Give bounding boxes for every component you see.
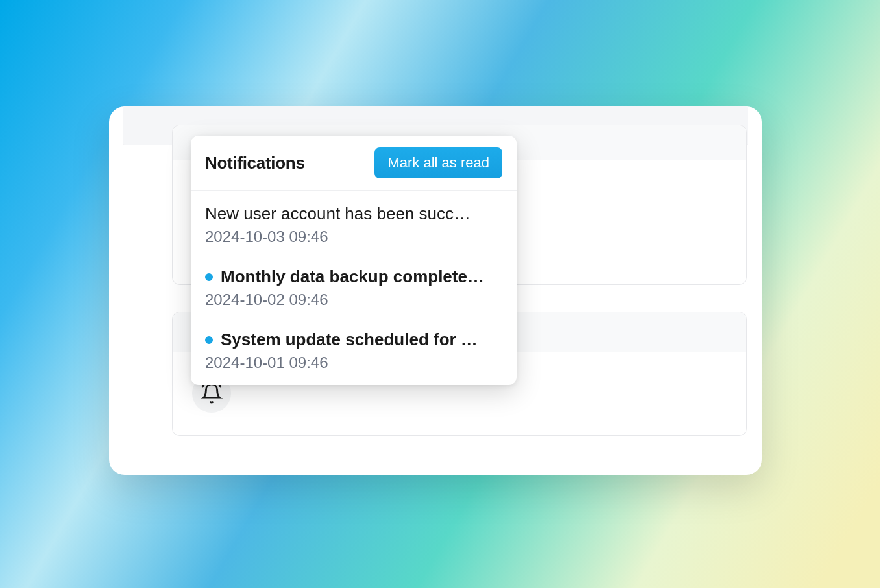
notification-item[interactable]: System update scheduled for …2024-10-01 … xyxy=(191,319,517,382)
notification-time: 2024-10-01 09:46 xyxy=(205,354,502,372)
notification-list: New user account has been succ…2024-10-0… xyxy=(191,191,517,385)
notification-title: Monthly data backup complete… xyxy=(221,265,502,288)
main-card: Notifications Mark all as read New user … xyxy=(109,106,762,475)
notification-time: 2024-10-02 09:46 xyxy=(205,291,502,309)
notification-title: New user account has been succ… xyxy=(205,202,502,225)
popover-header: Notifications Mark all as read xyxy=(191,136,517,191)
unread-dot-icon xyxy=(205,273,213,281)
unread-dot-icon xyxy=(205,336,213,344)
notification-time: 2024-10-03 09:46 xyxy=(205,228,502,246)
bell-icon xyxy=(201,382,223,404)
mark-all-read-button[interactable]: Mark all as read xyxy=(374,147,502,178)
notification-title: System update scheduled for … xyxy=(221,328,502,351)
notification-item[interactable]: New user account has been succ…2024-10-0… xyxy=(191,193,517,256)
popover-title: Notifications xyxy=(205,153,305,173)
notification-title-row: Monthly data backup complete… xyxy=(205,265,502,288)
notifications-popover: Notifications Mark all as read New user … xyxy=(191,136,517,385)
notification-title-row: System update scheduled for … xyxy=(205,328,502,351)
notification-title-row: New user account has been succ… xyxy=(205,202,502,225)
notification-item[interactable]: Monthly data backup complete…2024-10-02 … xyxy=(191,256,517,319)
